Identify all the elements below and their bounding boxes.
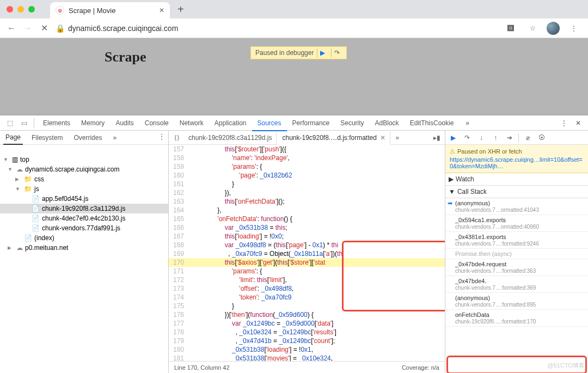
tree-item[interactable]: 📄 chunk-vendors.77daf991.js: [0, 223, 168, 233]
file-tab[interactable]: chunk-19c920f8.…d.js:formatted✕: [278, 132, 390, 145]
step-into-button[interactable]: ↓: [476, 132, 487, 143]
devtools-tab-bar: ⬚ ▭ ElementsMemoryAuditsConsoleNetworkAp…: [0, 115, 588, 131]
devtools-tab-editthiscookie[interactable]: EditThisCookie: [405, 116, 460, 130]
stack-frame[interactable]: onFetchDatachunk-19c920f8.…:formatted:17…: [445, 310, 588, 327]
stack-frame[interactable]: _0x594ca1.exportschunk-vendors.7…ormatte…: [445, 215, 588, 232]
devtools-tab-network[interactable]: Network: [174, 116, 209, 130]
tab-title: Scrape | Movie: [69, 7, 115, 15]
stack-frame[interactable]: _0x47bde4.chunk-vendors.7…:formatted:369: [445, 276, 588, 293]
tree-item[interactable]: ▼☁ dynamic6.scrape.cuiqingcai.com: [0, 164, 168, 174]
stack-frame[interactable]: _0x47bde4.requestchunk-vendors.7…:format…: [445, 259, 588, 276]
tree-item[interactable]: ▼📁 js: [0, 184, 168, 194]
translate-icon[interactable]: 🅰: [503, 25, 518, 32]
resume-icon[interactable]: ▶: [317, 48, 328, 57]
tree-item[interactable]: ▼▥ top: [0, 155, 168, 164]
step-button[interactable]: ➔: [504, 132, 515, 143]
step-over-button[interactable]: ↷: [462, 132, 473, 143]
minimize-window-icon[interactable]: [17, 6, 24, 13]
stack-frame[interactable]: (anonymous)chunk-vendors.7…ormatted:4104…: [445, 198, 588, 215]
device-icon[interactable]: ▭: [17, 117, 30, 130]
tree-item[interactable]: 📄 chunk-4dec7ef0.e4c2b130.js: [0, 213, 168, 223]
devtools-tab-memory[interactable]: Memory: [76, 116, 110, 130]
close-window-icon[interactable]: [7, 6, 13, 13]
resume-button[interactable]: ▶: [448, 132, 458, 143]
paused-reason: ⚠Paused on XHR or fetch https://dynamic6…: [445, 145, 588, 173]
stop-reload-button[interactable]: ✕: [39, 23, 49, 33]
coverage-status: Coverage: n/a: [402, 364, 439, 371]
back-button[interactable]: ←: [7, 23, 16, 33]
bookmark-icon[interactable]: ☆: [525, 25, 540, 32]
inspect-icon[interactable]: ⬚: [3, 117, 16, 130]
tree-item[interactable]: 📄 chunk-19c920f8.c3a1129d.js: [0, 204, 168, 213]
tree-item[interactable]: 📄 (index): [0, 233, 168, 243]
sources-subtab-overrides[interactable]: Overrides: [71, 131, 104, 144]
devtools-more-tabs[interactable]: »: [460, 116, 475, 130]
tree-item[interactable]: 📄 app.5ef0d454.js: [0, 194, 168, 204]
close-icon[interactable]: ✕: [380, 134, 385, 142]
devtools-close-icon[interactable]: ✕: [572, 117, 585, 130]
devtools-tab-sources[interactable]: Sources: [252, 116, 287, 131]
step-out-button[interactable]: ↑: [490, 132, 501, 143]
file-tree[interactable]: ▼▥ top▼☁ dynamic6.scrape.cuiqingcai.com▶…: [0, 152, 168, 255]
devtools-menu-icon[interactable]: ⋮: [558, 117, 571, 130]
traffic-lights[interactable]: [7, 6, 35, 13]
watch-section[interactable]: ▶Watch: [445, 173, 588, 185]
devtools-tab-elements[interactable]: Elements: [38, 116, 76, 130]
devtools-tab-security[interactable]: Security: [335, 116, 369, 130]
devtools-tab-performance[interactable]: Performance: [287, 116, 335, 130]
code-editor[interactable]: 157 this['$router']['push']({158 'name':…: [169, 145, 445, 361]
warning-icon: ⚠: [450, 148, 455, 155]
stack-frame[interactable]: (anonymous)chunk-vendors.7…:formatted:89…: [445, 293, 588, 310]
devtools-tab-audits[interactable]: Audits: [110, 116, 139, 130]
page-title: Scrape: [105, 49, 146, 65]
cursor-position: Line 170, Column 42: [174, 364, 230, 371]
devtools-tab-adblock[interactable]: AdBlock: [370, 116, 405, 130]
file-tab[interactable]: chunk-19c920f8.c3a1129d.js: [184, 132, 277, 144]
maximize-window-icon[interactable]: [28, 6, 35, 13]
menu-icon[interactable]: ⋮: [566, 25, 581, 32]
forward-button: →: [23, 23, 33, 33]
address-bar[interactable]: 🔒dynamic6.scrape.cuiqingcai.com: [56, 24, 497, 33]
stack-frame[interactable]: Promise.then (async): [445, 249, 588, 259]
browser-tab[interactable]: ⊕ Scrape | Movie ✕: [50, 2, 170, 19]
favicon-icon: ⊕: [56, 6, 64, 15]
paused-overlay: Paused in debugger ▶ ↷: [250, 46, 347, 59]
sources-subtab-page[interactable]: Page: [3, 131, 23, 145]
call-stack-section[interactable]: ▼Call Stack: [445, 186, 588, 198]
sources-subtab-filesystem[interactable]: Filesystem: [29, 131, 65, 144]
new-tab-button[interactable]: +: [177, 3, 184, 16]
paused-url[interactable]: https://dynamic6.scrape.cuiqing…limit=10…: [450, 156, 584, 169]
tree-item[interactable]: ▶📁 css: [0, 174, 168, 184]
nav-left-icon[interactable]: ⟨⟩: [171, 134, 183, 142]
file-tabs-more[interactable]: »: [391, 134, 403, 142]
devtools-tab-application[interactable]: Application: [209, 116, 252, 130]
tree-item[interactable]: ▶☁ p0.meituan.net: [0, 243, 168, 253]
sources-subtab-»[interactable]: »: [111, 131, 119, 144]
devtools-tab-console[interactable]: Console: [139, 116, 174, 130]
pause-exceptions-button[interactable]: ⦿: [536, 132, 547, 143]
debugger-toolbar: ▶ ↷ ↓ ↑ ➔ ⌀ ⦿: [445, 131, 588, 145]
avatar[interactable]: [547, 22, 560, 35]
close-tab-icon[interactable]: ✕: [159, 7, 164, 14]
watermark: @51CTO博客: [548, 362, 585, 370]
toggle-sidebar-icon[interactable]: ▸▮: [431, 134, 443, 142]
stack-frame[interactable]: _0x4381e1.exportschunk-vendors.7…:format…: [445, 232, 588, 249]
more-icon[interactable]: ⋮: [158, 133, 165, 140]
lock-icon: 🔒: [56, 24, 65, 33]
deactivate-breakpoints-button[interactable]: ⌀: [522, 132, 533, 143]
step-over-icon[interactable]: ↷: [331, 48, 342, 57]
